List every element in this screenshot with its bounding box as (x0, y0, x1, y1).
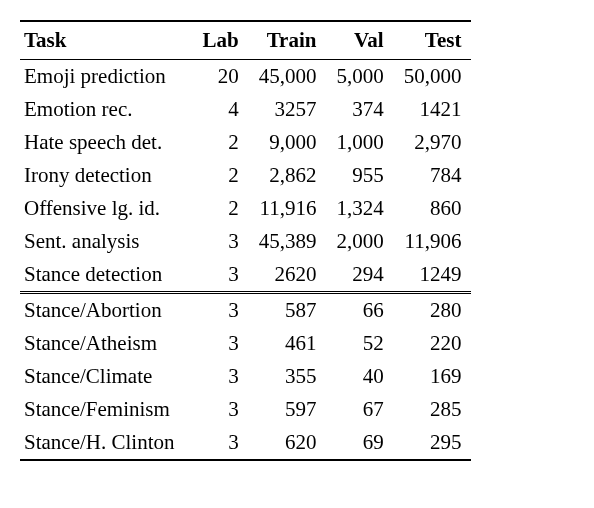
cell-task: Stance detection (20, 258, 193, 293)
cell-lab: 2 (193, 192, 249, 225)
cell-task: Emoji prediction (20, 60, 193, 94)
cell-lab: 3 (193, 360, 249, 393)
cell-test: 50,000 (394, 60, 472, 94)
cell-task: Stance/H. Clinton (20, 426, 193, 460)
cell-test: 169 (394, 360, 472, 393)
cell-lab: 3 (193, 225, 249, 258)
cell-val: 69 (326, 426, 393, 460)
cell-test: 220 (394, 327, 472, 360)
table-row: Irony detection22,862955784 (20, 159, 471, 192)
cell-test: 2,970 (394, 126, 472, 159)
cell-train: 461 (249, 327, 327, 360)
cell-train: 45,389 (249, 225, 327, 258)
cell-test: 280 (394, 293, 472, 328)
cell-val: 2,000 (326, 225, 393, 258)
cell-val: 374 (326, 93, 393, 126)
table-row: Stance/Abortion358766280 (20, 293, 471, 328)
cell-test: 784 (394, 159, 472, 192)
cell-test: 1249 (394, 258, 472, 293)
cell-task: Sent. analysis (20, 225, 193, 258)
cell-train: 11,916 (249, 192, 327, 225)
cell-train: 355 (249, 360, 327, 393)
cell-train: 587 (249, 293, 327, 328)
cell-lab: 3 (193, 426, 249, 460)
table-row: Stance/Atheism346152220 (20, 327, 471, 360)
cell-task: Stance/Climate (20, 360, 193, 393)
cell-test: 295 (394, 426, 472, 460)
cell-task: Hate speech det. (20, 126, 193, 159)
table-row: Hate speech det.29,0001,0002,970 (20, 126, 471, 159)
cell-val: 67 (326, 393, 393, 426)
col-val: Val (326, 21, 393, 60)
cell-task: Irony detection (20, 159, 193, 192)
cell-train: 2620 (249, 258, 327, 293)
cell-val: 955 (326, 159, 393, 192)
cell-test: 285 (394, 393, 472, 426)
cell-task: Offensive lg. id. (20, 192, 193, 225)
dataset-table: Task Lab Train Val Test Emoji prediction… (20, 20, 471, 461)
cell-lab: 2 (193, 159, 249, 192)
table-row: Stance/H. Clinton362069295 (20, 426, 471, 460)
cell-train: 2,862 (249, 159, 327, 192)
col-lab: Lab (193, 21, 249, 60)
table-row: Emoji prediction2045,0005,00050,000 (20, 60, 471, 94)
cell-val: 1,000 (326, 126, 393, 159)
col-train: Train (249, 21, 327, 60)
cell-lab: 3 (193, 258, 249, 293)
cell-val: 66 (326, 293, 393, 328)
cell-val: 5,000 (326, 60, 393, 94)
cell-task: Stance/Feminism (20, 393, 193, 426)
table-row: Stance/Climate335540169 (20, 360, 471, 393)
col-task: Task (20, 21, 193, 60)
table-row: Stance detection326202941249 (20, 258, 471, 293)
cell-test: 860 (394, 192, 472, 225)
cell-lab: 20 (193, 60, 249, 94)
col-test: Test (394, 21, 472, 60)
cell-lab: 4 (193, 93, 249, 126)
cell-lab: 2 (193, 126, 249, 159)
table-row: Emotion rec.432573741421 (20, 93, 471, 126)
cell-train: 45,000 (249, 60, 327, 94)
table-row: Offensive lg. id.211,9161,324860 (20, 192, 471, 225)
cell-lab: 3 (193, 327, 249, 360)
cell-test: 1421 (394, 93, 472, 126)
cell-train: 3257 (249, 93, 327, 126)
cell-test: 11,906 (394, 225, 472, 258)
header-row: Task Lab Train Val Test (20, 21, 471, 60)
table-row: Stance/Feminism359767285 (20, 393, 471, 426)
table-row: Sent. analysis345,3892,00011,906 (20, 225, 471, 258)
cell-train: 620 (249, 426, 327, 460)
cell-task: Stance/Atheism (20, 327, 193, 360)
cell-train: 9,000 (249, 126, 327, 159)
cell-val: 40 (326, 360, 393, 393)
cell-task: Emotion rec. (20, 93, 193, 126)
cell-train: 597 (249, 393, 327, 426)
cell-val: 1,324 (326, 192, 393, 225)
cell-val: 294 (326, 258, 393, 293)
cell-lab: 3 (193, 293, 249, 328)
cell-lab: 3 (193, 393, 249, 426)
cell-val: 52 (326, 327, 393, 360)
cell-task: Stance/Abortion (20, 293, 193, 328)
